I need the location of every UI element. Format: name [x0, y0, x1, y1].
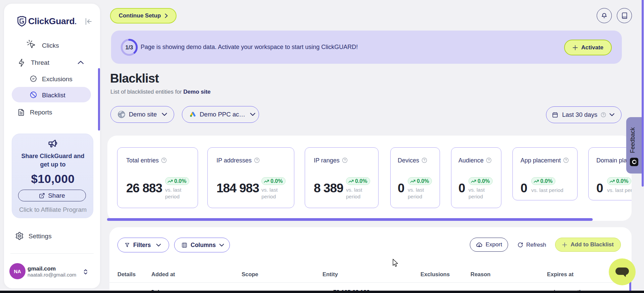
svg-text:1/3: 1/3	[126, 44, 133, 50]
